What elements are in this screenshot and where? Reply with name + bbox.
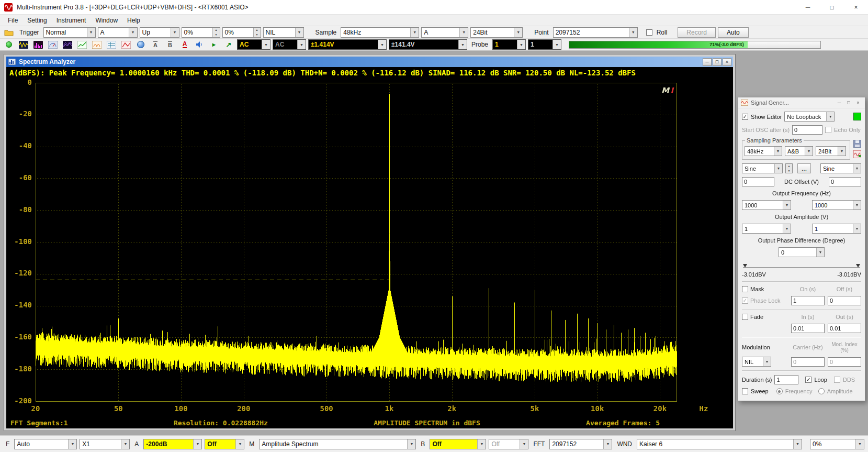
siggen-bits-select[interactable]: 24Bit [816, 146, 846, 156]
b-range-select[interactable]: Off [430, 439, 486, 449]
phase-difference-select[interactable]: 0 [779, 247, 825, 257]
dds-checkbox[interactable] [834, 377, 840, 383]
mask-on-input[interactable]: 1 [791, 296, 825, 305]
trigger-source-select[interactable]: A [98, 27, 138, 38]
app-minimize-button[interactable]: ─ [796, 0, 820, 14]
spectrum-window-titlebar[interactable]: Spectrum Analyzer ─ □ × [6, 57, 733, 67]
spectrum-3d-plot-icon[interactable] [61, 39, 74, 50]
amplitude-b-select[interactable]: 1 [812, 224, 861, 234]
slider-thumb-b[interactable] [856, 264, 860, 268]
amplitude-a-select[interactable]: 1 [742, 224, 791, 234]
modulation-type-select[interactable]: NIL [742, 357, 771, 367]
invert-channel-b-icon[interactable]: B [164, 39, 176, 50]
lcr-meter-icon[interactable] [91, 39, 103, 50]
freq-axis-select[interactable]: Auto [14, 439, 77, 449]
trigger-hpf-select[interactable]: NIL [263, 27, 304, 38]
input-range-b-select[interactable]: ±141.4V [389, 39, 467, 50]
waveform-a-select[interactable]: Sine [742, 163, 783, 173]
trigger-edge-select[interactable]: Up [140, 27, 179, 38]
record-button[interactable]: Record [678, 27, 716, 38]
run-play-icon[interactable]: ► [208, 39, 220, 50]
menu-help[interactable]: Help [122, 17, 145, 24]
open-file-icon[interactable] [3, 27, 15, 38]
fade-out-input[interactable]: 0.01 [828, 324, 861, 333]
record-points-select[interactable]: 2097152 [553, 27, 638, 38]
b-mode-select[interactable]: Off [489, 439, 528, 449]
carrier-input[interactable]: 0 [791, 357, 825, 367]
output-to-generator-icon[interactable]: ↗ [222, 39, 235, 50]
spin-down-icon[interactable] [254, 32, 261, 37]
spectrum-minimize-button[interactable]: ─ [703, 58, 712, 66]
slider-thumb-a[interactable] [743, 264, 747, 268]
input-range-a-select[interactable]: ±1.414V [308, 39, 387, 50]
output-level-slider[interactable] [743, 262, 860, 268]
spectrum-close-button[interactable]: × [723, 58, 731, 66]
hardware-dds-icon[interactable] [853, 150, 861, 158]
speaker-icon[interactable] [193, 39, 206, 50]
spin-up-icon[interactable] [254, 28, 261, 32]
app-close-button[interactable]: × [844, 0, 868, 14]
menu-instrument[interactable]: Instrument [52, 17, 91, 24]
invert-channel-a-icon[interactable]: A [149, 39, 162, 50]
menu-setting[interactable]: Setting [22, 17, 51, 24]
spectrum-maximize-button[interactable]: □ [713, 58, 722, 66]
a-mode-select[interactable]: Off [205, 439, 244, 449]
duration-input[interactable]: 1 [774, 375, 798, 384]
waveform-spinner[interactable] [785, 163, 793, 173]
waveform-library-button[interactable]: ... [797, 163, 811, 173]
start-osc-input[interactable]: 0 [792, 125, 822, 135]
fft-size-select[interactable]: 2097152 [549, 439, 612, 449]
phase-lock-checkbox[interactable] [742, 297, 748, 304]
loop-checkbox[interactable] [805, 377, 811, 383]
echo-only-checkbox[interactable] [825, 127, 831, 133]
chart-mode-select[interactable]: Amplitude Spectrum [259, 439, 416, 449]
probe-b-select[interactable]: 1 [528, 39, 561, 50]
sampling-rate-select[interactable]: 48kHz [341, 27, 419, 38]
frequency-b-select[interactable]: 1000 [812, 200, 861, 210]
spin-up-icon[interactable] [213, 28, 220, 32]
a-range-select[interactable]: -200dB [143, 439, 202, 449]
sampling-bits-select[interactable]: 24Bit [470, 27, 523, 38]
siggen-maximize-button[interactable]: □ [844, 98, 853, 107]
mod-index-input[interactable]: 0 [828, 357, 861, 367]
loopback-select[interactable]: No Loopback [784, 112, 835, 122]
mask-off-input[interactable]: 0 [828, 296, 861, 305]
sweep-checkbox[interactable] [742, 388, 748, 394]
run-stop-indicator-icon[interactable] [3, 39, 15, 50]
derived-data-curve-icon[interactable] [120, 39, 132, 50]
coupling-b-select[interactable]: AC [273, 39, 306, 50]
menu-window[interactable]: Window [91, 17, 122, 24]
trigger-delay-spinner[interactable]: 0% [222, 27, 261, 38]
dc-offset-a-input[interactable]: 0 [742, 177, 774, 186]
mask-checkbox[interactable] [742, 286, 748, 292]
multimeter-icon[interactable] [47, 39, 59, 50]
siggen-titlebar[interactable]: Signal Gener... ─ □ × [738, 97, 865, 108]
save-waveform-icon[interactable] [853, 139, 861, 148]
hot-panel-globe-icon[interactable] [134, 39, 147, 50]
sweep-frequency-radio[interactable] [776, 388, 783, 394]
sampling-channels-select[interactable]: A [421, 27, 468, 38]
window-function-select[interactable]: Kaiser 6 [637, 439, 802, 449]
generator-status-indicator[interactable] [853, 113, 861, 120]
spin-down-icon[interactable] [213, 32, 220, 37]
app-maximize-button[interactable]: □ [820, 0, 844, 14]
data-logger-icon[interactable] [76, 39, 88, 50]
device-test-plan-icon[interactable] [105, 39, 118, 50]
show-editor-checkbox[interactable] [742, 114, 748, 120]
fade-checkbox[interactable] [742, 314, 748, 320]
overlap-select[interactable]: 0% [810, 439, 864, 449]
menu-file[interactable]: File [3, 17, 22, 24]
auto-button[interactable]: Auto [718, 27, 749, 38]
channel-a-reference-icon[interactable]: A [178, 39, 191, 50]
trigger-level-spinner[interactable]: 0% [182, 27, 220, 38]
trigger-mode-select[interactable]: Normal [43, 27, 96, 38]
siggen-rate-select[interactable]: 48kHz [745, 146, 782, 156]
spin-up-icon[interactable] [786, 164, 792, 169]
roll-checkbox[interactable] [646, 29, 652, 36]
spin-down-icon[interactable] [786, 169, 792, 173]
spectrum-plot-canvas[interactable] [6, 79, 733, 417]
siggen-channels-select[interactable]: A&B [785, 146, 813, 156]
dc-offset-b-input[interactable]: 0 [829, 177, 861, 186]
probe-a-select[interactable]: 1 [492, 39, 526, 50]
spectrum-analyzer-icon[interactable] [32, 39, 44, 50]
